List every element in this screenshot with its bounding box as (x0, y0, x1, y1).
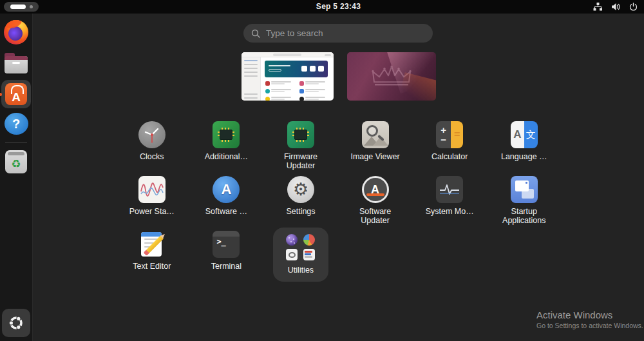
app-calculator[interactable]: +− = Calculator (412, 118, 487, 173)
help-icon: ? (5, 113, 28, 135)
app-label: Additional… (205, 153, 248, 162)
dock-item-trash[interactable]: ♻ (1, 148, 31, 176)
calculator-icon: +− = (436, 121, 463, 148)
active-workspace-pill (10, 5, 26, 9)
language-support-icon: A 文 (511, 121, 538, 148)
clock[interactable]: Sep 5 23:43 (33, 0, 644, 14)
top-bar: Sep 5 23:43 (0, 0, 644, 14)
show-apps-button[interactable] (2, 309, 30, 337)
wallpaper-crown-watermark (370, 65, 413, 87)
app-startup-applications[interactable]: Startup Applications (487, 173, 562, 228)
document-utility-icon (303, 249, 315, 260)
volume-icon (611, 3, 621, 11)
startup-applications-icon (511, 176, 538, 203)
app-label: Firmware Updater (274, 153, 327, 171)
ubuntu-logo-icon (7, 314, 25, 332)
terminal-icon: >_ (213, 231, 240, 258)
network-icon (593, 3, 603, 11)
settings-icon: ⚙ (287, 176, 314, 203)
trash-icon: ♻ (5, 150, 27, 173)
dock-item-help[interactable]: ? (1, 110, 31, 138)
app-additional-drivers[interactable]: Additional… (189, 118, 264, 173)
gnome-activities-overview: Sep 5 23:43 (0, 0, 644, 341)
app-software-properties[interactable]: A Software … (189, 173, 264, 228)
app-label: Terminal (211, 262, 242, 271)
firefox-icon (4, 20, 28, 44)
app-label: Clocks (140, 153, 164, 162)
app-power-statistics[interactable]: Power Sta… (115, 173, 189, 228)
dash-dock: A ? ♻ (0, 14, 33, 341)
app-label: Startup Applications (498, 208, 551, 226)
app-label: Text Editor (133, 262, 171, 271)
app-label: Settings (286, 208, 315, 217)
disks-icon (286, 249, 298, 260)
app-text-editor[interactable]: Text Editor (115, 228, 189, 282)
clocks-icon (138, 121, 166, 148)
app-grid-cell: Utilities (263, 228, 338, 282)
firmware-updater-icon (287, 121, 314, 148)
image-viewer-icon (362, 121, 389, 148)
app-center-icon: A (5, 83, 27, 105)
app-software-updater[interactable]: A Software Updater (338, 173, 413, 228)
dock-item-app-center[interactable]: A (1, 80, 31, 108)
software-updater-icon: A (362, 176, 389, 203)
app-center-window-thumbnail (242, 52, 334, 101)
power-icon (629, 3, 638, 11)
folder-utilities[interactable]: Utilities (273, 228, 328, 282)
dock-item-firefox[interactable] (1, 18, 31, 46)
system-status-area[interactable] (593, 0, 638, 14)
app-firmware-updater[interactable]: Firmware Updater (263, 118, 338, 173)
app-label: Software Updater (349, 208, 402, 226)
activate-windows-watermark: Activate Windows Go to Settings to activ… (536, 309, 643, 329)
app-image-viewer[interactable]: Image Viewer (338, 118, 413, 173)
app-label: Language … (501, 153, 547, 162)
disk-usage-pie-icon (303, 234, 315, 246)
app-terminal[interactable]: >_ Terminal (189, 228, 264, 282)
app-grid: Clocks Additional… Firmware Updater Imag… (115, 118, 562, 282)
search-bar[interactable] (243, 24, 433, 43)
app-label: Calculator (431, 153, 468, 162)
software-properties-icon: A (213, 176, 240, 203)
app-language-support[interactable]: A 文 Language … (487, 118, 562, 173)
app-label: System Mo… (426, 208, 474, 217)
watermark-subtitle: Go to Settings to activate Windows. (536, 322, 643, 329)
folder-preview-icons (286, 234, 315, 260)
dock-item-files[interactable] (1, 47, 31, 78)
app-system-monitor[interactable]: System Mo… (412, 173, 487, 228)
dock-separator (5, 142, 27, 143)
folder-label: Utilities (288, 266, 314, 275)
app-label: Software … (205, 208, 247, 217)
watermark-title: Activate Windows (536, 309, 643, 320)
running-indicator-dot (0, 93, 2, 96)
additional-drivers-icon (213, 121, 240, 148)
inactive-workspace-dot (30, 5, 33, 8)
workspace-thumbnails (33, 52, 644, 101)
system-monitor-icon (436, 176, 463, 203)
app-label: Image Viewer (350, 153, 399, 162)
text-editor-icon (138, 231, 166, 258)
files-icon (5, 56, 28, 73)
app-label: Power Sta… (129, 208, 175, 217)
search-input[interactable] (266, 28, 425, 38)
search-icon (251, 29, 260, 38)
app-clocks[interactable]: Clocks (115, 118, 189, 173)
app-settings[interactable]: ⚙ Settings (263, 173, 338, 228)
workspace-thumb-2[interactable] (347, 52, 436, 101)
utility-sphere-icon (286, 234, 298, 246)
workspace-thumb-1[interactable] (242, 52, 334, 101)
power-statistics-icon (138, 176, 166, 203)
